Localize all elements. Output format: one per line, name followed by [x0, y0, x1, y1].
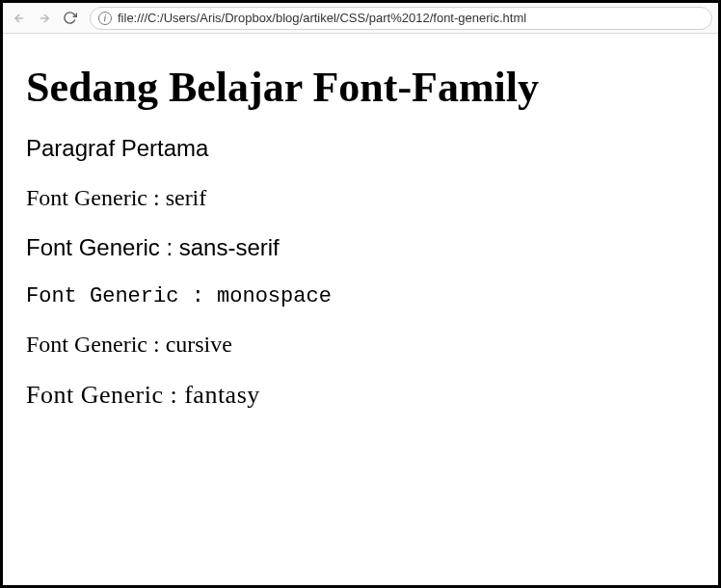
- paragraph-cursive: Font Generic : cursive: [26, 332, 695, 358]
- forward-button[interactable]: [34, 8, 55, 29]
- url-input[interactable]: [118, 11, 704, 25]
- paragraph-monospace: Font Generic : monospace: [26, 284, 695, 308]
- paragraph-serif: Font Generic : serif: [26, 185, 695, 211]
- info-icon[interactable]: i: [98, 12, 112, 25]
- page-heading: Sedang Belajar Font-Family: [26, 63, 695, 112]
- paragraph-default: Paragraf Pertama: [26, 135, 695, 162]
- paragraph-sans-serif: Font Generic : sans-serif: [26, 234, 695, 261]
- reload-button[interactable]: [59, 8, 80, 29]
- address-bar[interactable]: i: [90, 7, 712, 30]
- paragraph-fantasy: Font Generic : fantasy: [26, 381, 695, 410]
- browser-toolbar: i: [3, 3, 718, 34]
- page-content: Sedang Belajar Font-Family Paragraf Pert…: [3, 34, 718, 450]
- back-button[interactable]: [9, 8, 30, 29]
